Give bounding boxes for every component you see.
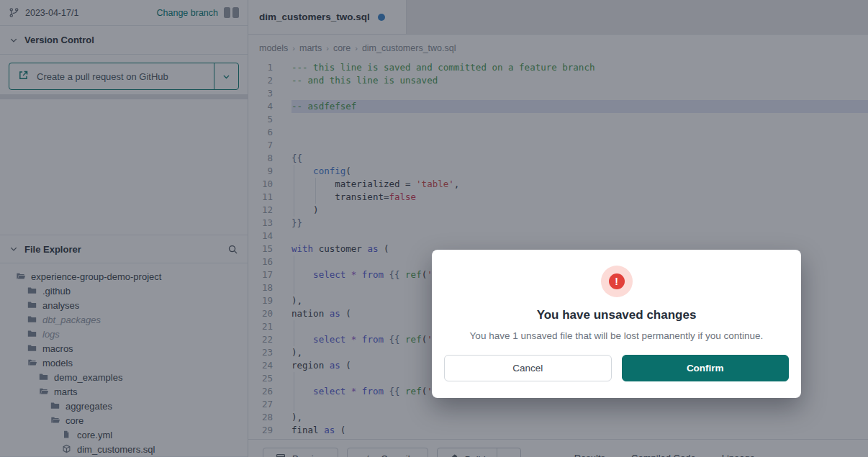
modal-actions: Cancel Confirm [444, 355, 789, 381]
modal-message: You have 1 unsaved file that will be los… [444, 330, 789, 341]
exclamation-icon: ! [609, 273, 625, 289]
unsaved-changes-modal: ! You have unsaved changes You have 1 un… [432, 250, 801, 398]
error-icon: ! [601, 266, 633, 297]
app-window: 2023-04-17/1 Change branch Version Contr… [0, 0, 868, 457]
modal-title: You have unsaved changes [444, 308, 789, 322]
cancel-button[interactable]: Cancel [444, 355, 612, 381]
confirm-button[interactable]: Confirm [622, 355, 790, 381]
